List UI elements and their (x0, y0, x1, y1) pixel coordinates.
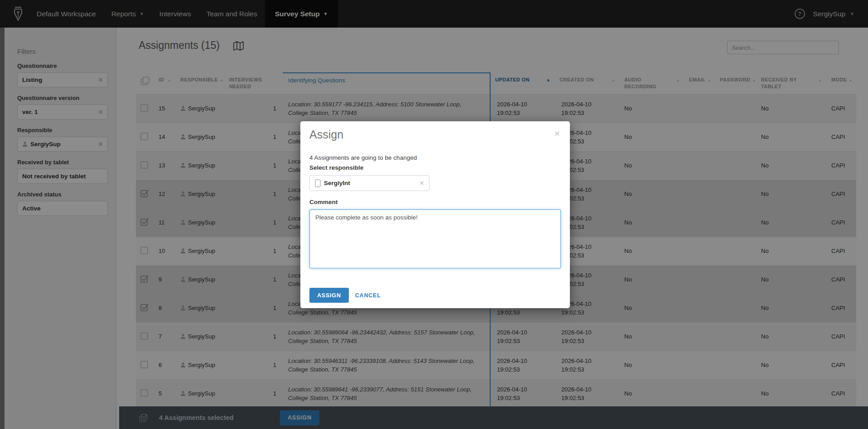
assign-button[interactable]: ASSIGN (309, 288, 349, 303)
modal-message: 4 Assignments are going to be changed (309, 154, 561, 161)
modal-title: Assign (309, 128, 561, 141)
select-responsible-label: Select responsible (309, 164, 561, 171)
cancel-button[interactable]: CANCEL (349, 292, 387, 299)
close-icon[interactable]: × (555, 129, 560, 138)
responsible-value: SergiyInt (324, 180, 419, 186)
comment-label: Comment (309, 199, 561, 205)
assign-modal: Assign × 4 Assignments are going to be c… (300, 121, 570, 308)
tablet-icon (315, 179, 321, 187)
responsible-select[interactable]: SergiyInt × (309, 175, 429, 191)
clear-responsible-icon[interactable]: × (419, 179, 425, 187)
comment-textarea[interactable]: Please complete as soon as possible! (309, 210, 561, 268)
